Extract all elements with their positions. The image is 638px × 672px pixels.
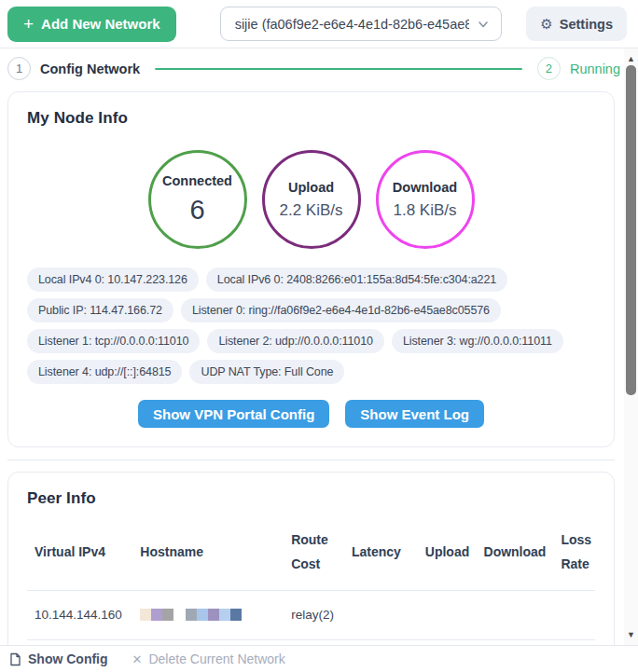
- cell-virtual-ipv4: 10.144.144.160: [27, 590, 132, 639]
- chevron-down-icon: [477, 18, 490, 31]
- scroll-content: 1 Config Network 2 Running My Node Info …: [0, 57, 624, 645]
- node-actions: Show VPN Portal Config Show Event Log: [27, 400, 595, 430]
- step1-label: Config Network: [40, 62, 140, 76]
- node-detail-tags: Local IPv4 0: 10.147.223.126 Local IPv6 …: [27, 267, 595, 384]
- tag-listener-0: Listener 0: ring://fa06f9e2-e6e4-4e1d-82…: [181, 298, 501, 322]
- scroll-down-icon[interactable]: ▼: [624, 628, 638, 641]
- cell-hostname: iZbp1e26yt6uz7cn5opiy2Z: [132, 640, 284, 645]
- col-route-cost: Route Cost: [284, 515, 344, 590]
- peer-table: Virtual IPv4 Hostname Route Cost Latency…: [27, 515, 595, 645]
- show-vpn-portal-config-button[interactable]: Show VPN Portal Config: [138, 400, 329, 428]
- redacted-hostname: [140, 609, 276, 622]
- cell-route-cost: relay(2): [284, 590, 344, 639]
- tag-udp-nat-type: UDP NAT Type: Full Cone: [189, 360, 344, 384]
- peer-info-card: Peer Info Virtual IPv4 Hostname Route Co…: [7, 472, 615, 645]
- settings-label: Settings: [560, 17, 613, 32]
- upload-value: 2.2 KiB/s: [279, 201, 342, 220]
- step1-number: 1: [7, 57, 31, 80]
- settings-button[interactable]: ⚙ Settings: [526, 7, 627, 41]
- tag-row: Public IP: 114.47.166.72 Listener 0: rin…: [27, 298, 595, 322]
- download-label: Download: [393, 180, 457, 195]
- cell-download: [477, 590, 554, 639]
- vertical-scrollbar[interactable]: ▲ ▼: [624, 48, 638, 645]
- tag-listener-3: Listener 3: wg://0.0.0.0:11011: [392, 329, 563, 353]
- tag-row: Local IPv4 0: 10.147.223.126 Local IPv6 …: [27, 267, 595, 292]
- scroll-area: 1 Config Network 2 Running My Node Info …: [0, 48, 638, 645]
- delete-network-label: Delete Current Network: [148, 651, 284, 666]
- peer-row: 10.144.144.55 iZbp1e26yt6uz7cn5opiy2Z p2…: [27, 640, 595, 645]
- col-virtual-ipv4: Virtual IPv4: [27, 515, 132, 590]
- tag-listener-4: Listener 4: udp://[::]:64815: [27, 360, 182, 384]
- connected-knob: Connected 6: [148, 150, 247, 249]
- connected-label: Connected: [162, 173, 232, 188]
- col-download: Download: [477, 515, 554, 590]
- tag-row: Listener 4: udp://[::]:64815 UDP NAT Typ…: [27, 360, 595, 384]
- cell-loss-rate: 0%: [553, 640, 595, 645]
- plus-icon: +: [23, 15, 34, 33]
- step-config-network[interactable]: 1 Config Network: [7, 57, 140, 80]
- delete-current-network-button[interactable]: ✕ Delete Current Network: [132, 651, 285, 666]
- tag-listener-1: Listener 1: tcp://0.0.0.0:11010: [27, 329, 200, 353]
- download-knob: Download 1.8 KiB/s: [376, 150, 475, 249]
- easytier-app: + Add New Network sijie (fa06f9e2-e6e4-4…: [0, 0, 638, 672]
- my-node-info-card: My Node Info Connected 6 Upload 2.2 KiB/…: [7, 91, 615, 447]
- tag-row: Listener 1: tcp://0.0.0.0:11010 Listener…: [27, 329, 595, 353]
- footer-toolbar: Show Config ✕ Delete Current Network: [0, 645, 638, 672]
- cell-download: 57.7 KiB: [477, 640, 554, 645]
- scrollbar-thumb[interactable]: [626, 65, 636, 395]
- step-running[interactable]: 2 Running: [537, 57, 620, 80]
- cell-loss-rate: [553, 590, 595, 639]
- show-config-label: Show Config: [28, 651, 108, 666]
- col-upload: Upload: [418, 515, 477, 590]
- cell-hostname: [132, 590, 284, 639]
- stepper: 1 Config Network 2 Running: [7, 57, 620, 80]
- scroll-up-icon[interactable]: ▲: [624, 52, 638, 65]
- cell-upload: 213.2 KiB: [418, 640, 477, 645]
- topbar: + Add New Network sijie (fa06f9e2-e6e4-4…: [0, 0, 638, 48]
- document-icon: [9, 652, 21, 666]
- card-divider: [7, 459, 615, 460]
- upload-knob: Upload 2.2 KiB/s: [262, 150, 361, 249]
- add-new-network-button[interactable]: + Add New Network: [7, 7, 176, 42]
- cell-latency: [344, 590, 418, 639]
- col-hostname: Hostname: [132, 515, 284, 590]
- close-icon: ✕: [132, 653, 143, 665]
- network-select[interactable]: sijie (fa06f9e2-e6e4-4e1d-82b6-e45ae8c05…: [220, 7, 502, 41]
- upload-label: Upload: [288, 180, 334, 195]
- cell-virtual-ipv4: 10.144.144.55: [27, 640, 132, 645]
- cell-route-cost: p2p: [284, 640, 344, 645]
- gear-icon: ⚙: [540, 17, 552, 31]
- tag-public-ip: Public IP: 114.47.166.72: [27, 298, 173, 322]
- tag-local-ipv6: Local IPv6 0: 2408:8266:e01:155a:8d54:5f…: [206, 267, 507, 292]
- network-select-value: sijie (fa06f9e2-e6e4-4e1d-82b6-e45ae8c05…: [235, 17, 469, 32]
- step2-number: 2: [537, 57, 561, 80]
- show-config-button[interactable]: Show Config: [9, 651, 108, 666]
- peer-table-header-row: Virtual IPv4 Hostname Route Cost Latency…: [27, 515, 595, 590]
- tag-listener-2: Listener 2: udp://0.0.0.0:11010: [207, 329, 384, 353]
- node-info-title: My Node Info: [27, 109, 595, 128]
- download-value: 1.8 KiB/s: [393, 201, 456, 220]
- peer-row: 10.144.144.160 relay(2): [27, 590, 595, 639]
- show-event-log-button[interactable]: Show Event Log: [345, 400, 484, 428]
- cell-upload: [418, 590, 477, 639]
- step2-label: Running: [570, 62, 620, 76]
- node-stats-knobs: Connected 6 Upload 2.2 KiB/s Download 1.…: [27, 150, 595, 249]
- connected-value: 6: [189, 195, 204, 226]
- col-loss-rate: Loss Rate: [553, 515, 595, 590]
- peer-info-title: Peer Info: [27, 489, 595, 508]
- col-latency: Latency: [344, 515, 418, 590]
- tag-local-ipv4: Local IPv4 0: 10.147.223.126: [27, 267, 199, 292]
- step-connector-line: [155, 68, 522, 70]
- cell-latency: 42.812ms: [344, 640, 418, 645]
- add-new-network-label: Add New Network: [41, 16, 160, 32]
